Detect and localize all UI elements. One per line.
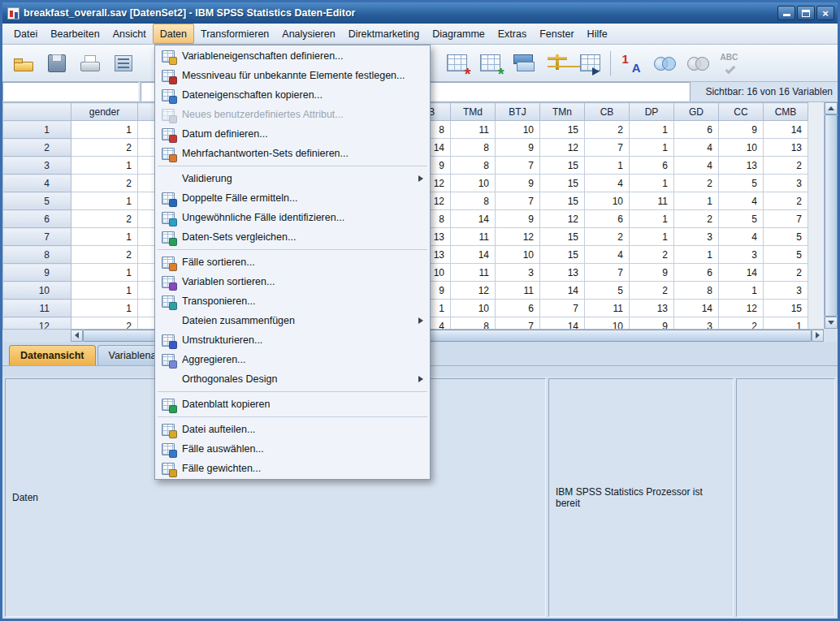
menu-item-fälle-auswählen[interactable]: Fälle auswählen... bbox=[155, 439, 430, 459]
data-cell[interactable]: 2 bbox=[71, 317, 138, 329]
data-cell[interactable]: 12 bbox=[540, 139, 585, 157]
menubar-item-fenster[interactable]: Fenster bbox=[533, 24, 580, 44]
data-cell[interactable]: 9 bbox=[719, 121, 764, 139]
toolbar-button-spell-check[interactable] bbox=[714, 47, 747, 80]
data-cell[interactable]: 1 bbox=[585, 157, 630, 175]
data-cell[interactable]: 1 bbox=[630, 210, 674, 228]
toolbar-button-select-cases[interactable] bbox=[574, 47, 607, 80]
data-cell[interactable]: 14 bbox=[451, 246, 496, 264]
toolbar-button-use-sets[interactable] bbox=[647, 47, 681, 80]
row-header-7[interactable]: 7 bbox=[3, 228, 71, 246]
data-cell[interactable]: 8 bbox=[451, 317, 496, 329]
data-cell[interactable]: 1 bbox=[674, 246, 719, 264]
data-cell[interactable]: 9 bbox=[630, 264, 674, 282]
data-cell[interactable]: 2 bbox=[764, 192, 808, 210]
scroll-left-button[interactable] bbox=[71, 330, 83, 342]
data-cell[interactable]: 8 bbox=[451, 192, 496, 210]
vertical-scrollbar[interactable] bbox=[824, 102, 838, 329]
data-cell[interactable]: 2 bbox=[585, 228, 630, 246]
data-cell[interactable]: 1 bbox=[630, 121, 674, 139]
data-cell[interactable]: 1 bbox=[764, 317, 808, 329]
data-cell[interactable]: 10 bbox=[451, 300, 496, 317]
data-cell[interactable]: 2 bbox=[71, 139, 138, 157]
menu-item-fälle-sortieren[interactable]: Fälle sortieren... bbox=[155, 252, 430, 272]
menubar-item-datei[interactable]: Datei bbox=[7, 24, 44, 44]
row-header-8[interactable]: 8 bbox=[3, 246, 71, 264]
data-cell[interactable]: 7 bbox=[540, 300, 585, 317]
data-cell[interactable]: 7 bbox=[496, 157, 540, 175]
tab-datenansicht[interactable]: Datenansicht bbox=[9, 345, 96, 365]
row-header-12[interactable]: 12 bbox=[3, 317, 71, 329]
menu-item-datei-aufteilen[interactable]: Datei aufteilen... bbox=[155, 420, 430, 439]
data-cell[interactable]: 7 bbox=[585, 139, 630, 157]
menubar-item-analysieren[interactable]: Analysieren bbox=[275, 24, 341, 44]
data-cell[interactable]: 3 bbox=[764, 175, 808, 192]
data-cell[interactable]: 1 bbox=[71, 264, 138, 282]
data-cell[interactable]: 11 bbox=[585, 300, 630, 317]
data-cell[interactable]: 9 bbox=[496, 175, 540, 192]
data-cell[interactable]: 15 bbox=[540, 246, 585, 264]
cell-reference-box[interactable] bbox=[2, 82, 139, 101]
row-header-3[interactable]: 3 bbox=[3, 157, 71, 175]
menubar-item-transformieren[interactable]: Transformieren bbox=[194, 24, 275, 44]
menubar-item-hilfe[interactable]: Hilfe bbox=[581, 24, 614, 44]
data-cell[interactable]: 14 bbox=[451, 210, 496, 228]
data-cell[interactable]: 5 bbox=[585, 282, 630, 300]
data-cell[interactable]: 6 bbox=[496, 300, 540, 317]
data-cell[interactable]: 10 bbox=[496, 246, 540, 264]
data-cell[interactable]: 7 bbox=[764, 210, 808, 228]
row-header-11[interactable]: 11 bbox=[3, 300, 71, 317]
data-cell[interactable]: 1 bbox=[630, 139, 674, 157]
menu-item-datenblatt-kopieren[interactable]: Datenblatt kopieren bbox=[155, 395, 430, 414]
data-cell[interactable]: 4 bbox=[674, 157, 719, 175]
menu-item-ungewöhnliche-fälle-identifizieren[interactable]: Ungewöhnliche Fälle identifizieren... bbox=[155, 208, 430, 227]
data-cell[interactable]: 3 bbox=[719, 246, 764, 264]
data-cell[interactable]: 6 bbox=[674, 264, 719, 282]
data-cell[interactable]: 11 bbox=[451, 121, 496, 139]
data-cell[interactable]: 5 bbox=[719, 175, 764, 192]
column-header-dp[interactable]: DP bbox=[630, 103, 674, 121]
menubar-item-diagramme[interactable]: Diagramme bbox=[426, 24, 491, 44]
data-cell[interactable]: 2 bbox=[719, 317, 764, 329]
toolbar-button-save[interactable] bbox=[40, 47, 73, 80]
row-header-1[interactable]: 1 bbox=[3, 121, 71, 139]
data-cell[interactable]: 6 bbox=[674, 121, 719, 139]
data-cell[interactable]: 5 bbox=[764, 246, 808, 264]
menu-item-umstrukturieren[interactable]: Umstrukturieren... bbox=[155, 330, 430, 350]
data-cell[interactable]: 3 bbox=[674, 228, 719, 246]
row-header-6[interactable]: 6 bbox=[3, 210, 71, 228]
data-cell[interactable]: 8 bbox=[451, 157, 496, 175]
toolbar-button-insert-variable[interactable] bbox=[474, 47, 507, 80]
data-cell[interactable]: 12 bbox=[451, 282, 496, 300]
column-header-tmd[interactable]: TMd bbox=[451, 103, 496, 121]
row-header-4[interactable]: 4 bbox=[3, 175, 71, 192]
data-cell[interactable]: 1 bbox=[719, 282, 764, 300]
data-cell[interactable]: 10 bbox=[496, 121, 540, 139]
minimize-button[interactable] bbox=[777, 6, 795, 20]
data-cell[interactable]: 4 bbox=[719, 192, 764, 210]
data-cell[interactable]: 3 bbox=[496, 264, 540, 282]
data-cell[interactable]: 1 bbox=[71, 282, 138, 300]
data-cell[interactable]: 11 bbox=[630, 192, 674, 210]
data-cell[interactable]: 10 bbox=[585, 192, 630, 210]
data-cell[interactable]: 14 bbox=[540, 317, 585, 329]
column-header-gd[interactable]: GD bbox=[674, 103, 719, 121]
data-cell[interactable]: 9 bbox=[496, 210, 540, 228]
data-cell[interactable]: 10 bbox=[719, 139, 764, 157]
data-cell[interactable]: 15 bbox=[540, 192, 585, 210]
data-cell[interactable]: 12 bbox=[719, 300, 764, 317]
data-cell[interactable]: 14 bbox=[674, 300, 719, 317]
vertical-scroll-thumb[interactable] bbox=[825, 114, 838, 317]
data-cell[interactable]: 2 bbox=[764, 157, 808, 175]
data-cell[interactable]: 2 bbox=[71, 175, 138, 192]
menu-item-fälle-gewichten[interactable]: Fälle gewichten... bbox=[155, 459, 430, 478]
data-cell[interactable]: 7 bbox=[585, 264, 630, 282]
menu-item-daten-sets-vergleichen[interactable]: Daten-Sets vergleichen... bbox=[155, 227, 430, 247]
data-cell[interactable]: 1 bbox=[630, 228, 674, 246]
row-header-9[interactable]: 9 bbox=[3, 264, 71, 282]
row-header-5[interactable]: 5 bbox=[3, 192, 71, 210]
column-header-tmn[interactable]: TMn bbox=[540, 103, 585, 121]
toolbar-button-weight-cases[interactable] bbox=[540, 47, 574, 80]
menu-item-aggregieren[interactable]: Aggregieren... bbox=[155, 350, 430, 369]
close-button[interactable]: × bbox=[816, 6, 834, 20]
